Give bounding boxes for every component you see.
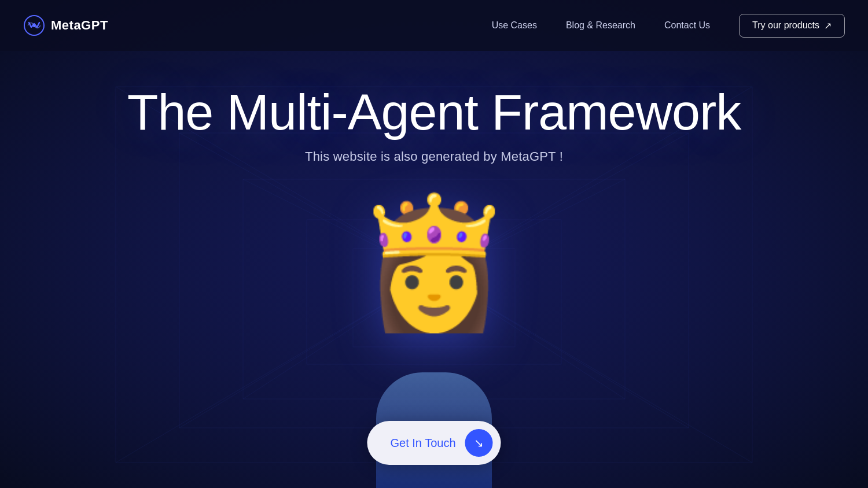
hero-subtitle: This website is also generated by MetaGP… <box>0 149 868 164</box>
cta-arrow-icon: ↘ <box>465 429 493 457</box>
external-link-icon: ↗ <box>824 20 832 31</box>
businessman-figure <box>70 197 161 312</box>
young-man-figure <box>229 168 303 271</box>
try-products-button[interactable]: Try our products ↗ <box>739 14 845 38</box>
nav-contact-us[interactable]: Contact Us <box>664 20 710 31</box>
hero-title: The Multi-Agent Framework <box>0 86 868 139</box>
svg-rect-6 <box>353 249 515 347</box>
logo-icon <box>23 14 45 36</box>
casual-man-figure <box>683 301 769 407</box>
brand-name: MetaGPT <box>51 18 108 33</box>
agent-card-goku <box>654 173 746 289</box>
get-in-touch-button[interactable]: Get In Touch ↘ <box>367 421 501 465</box>
logo[interactable]: MetaGPT <box>23 14 108 36</box>
hijab-figure <box>125 347 211 456</box>
nav-use-cases[interactable]: Use Cases <box>492 20 537 31</box>
agent-card-young-man <box>229 168 304 272</box>
cta-label: Get In Touch <box>390 437 455 450</box>
agent-card-hijab <box>124 347 211 457</box>
building-figure <box>556 342 630 430</box>
hero-section: The Multi-Agent Framework This website i… <box>0 51 868 164</box>
anime-girl-figure <box>518 209 593 309</box>
agent-card-businessman <box>69 197 162 312</box>
agent-card-blonde <box>249 324 324 431</box>
agent-card-casual-man <box>683 301 770 408</box>
agent-card-anime-girl <box>518 208 593 309</box>
agent-card-building <box>556 341 631 431</box>
blonde-figure <box>249 324 323 430</box>
nav-links: Use Cases Blog & Research Contact Us Try… <box>492 14 845 38</box>
navbar: MetaGPT Use Cases Blog & Research Contac… <box>0 0 868 51</box>
goku-figure <box>654 174 746 289</box>
nav-blog-research[interactable]: Blog & Research <box>566 20 635 31</box>
elsa-emoji: 👸 <box>355 199 514 326</box>
